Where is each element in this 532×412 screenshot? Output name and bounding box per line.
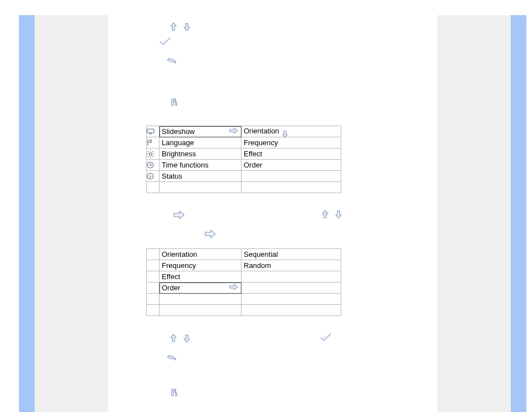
tools-icon [171,388,178,397]
submenu-item[interactable]: Random [241,260,341,271]
arrow-right-icon [204,229,216,238]
arrow-down-icon [281,130,289,138]
svg-line-7 [148,151,149,152]
menu-item-label: Orientation [162,250,197,258]
menu-item-time-functions[interactable]: Time functions [159,160,241,171]
projector-icon [147,126,159,137]
tools-icon [171,98,178,107]
submenu-label: Effect [244,150,262,158]
menu-item-brightness[interactable]: Brightness [159,148,241,160]
table-row [147,182,341,193]
margin-right [437,15,511,412]
menu-item-status[interactable]: Status [159,171,241,182]
arrow-down-icon [182,22,192,32]
table-row: Frequency Random [147,260,341,271]
settings-menu-top: Slideshow Orientation Language Fre [146,126,341,193]
submenu-item[interactable]: Frequency [241,137,341,148]
info-icon [147,171,159,182]
menu-item-label: Slideshow [162,127,195,136]
arrow-right-icon [229,127,239,134]
back-icon [166,58,177,65]
table-row: Slideshow Orientation [147,126,341,137]
table-row [147,294,341,305]
submenu-label: Orientation [244,127,279,135]
menu-item-label: Order [162,284,180,292]
svg-rect-1 [147,129,154,133]
svg-point-2 [149,152,152,155]
clock-icon [147,160,159,171]
sidebar-right [511,15,526,412]
table-row: Status [147,171,341,182]
svg-rect-0 [172,99,173,106]
menu-item-label: Effect [162,272,180,281]
margin-left [35,15,108,412]
arrow-down-icon [182,333,192,343]
svg-line-10 [153,151,154,152]
document-page: Slideshow Orientation Language Fre [35,15,511,412]
arrow-up-icon [168,333,178,343]
svg-rect-15 [172,389,173,396]
menu-item-order[interactable]: Order [159,282,241,294]
submenu-label: Frequency [244,138,278,147]
check-icon [158,36,172,47]
flag-icon [147,137,159,148]
submenu-label: Random [244,261,271,270]
table-row: Orientation Sequential [147,249,341,260]
table-row: Brightness Effect [147,148,341,160]
menu-item-label: Time functions [162,161,209,169]
menu-item-label: Brightness [162,150,196,158]
sidebar-left [19,15,35,412]
settings-menu-bottom: Orientation Sequential Frequency Random … [146,248,341,316]
submenu-label: Order [244,161,262,169]
arrow-up-icon [320,209,330,219]
svg-line-8 [153,156,154,157]
menu-item-label: Frequency [162,261,196,270]
menu-item[interactable]: Effect [159,271,241,282]
brightness-icon [147,148,159,160]
menu-item[interactable]: Orientation [159,249,241,260]
arrow-down-icon [333,209,344,219]
table-row: Effect [147,271,341,282]
back-icon [166,354,177,362]
submenu-item[interactable]: Order [241,160,341,171]
menu-item[interactable]: Frequency [159,260,241,271]
check-icon [319,332,332,343]
arrow-up-icon [168,22,178,32]
table-row: Order [147,282,341,294]
table-row [147,305,341,316]
table-row: Language Frequency [147,137,341,148]
menu-item-slideshow[interactable]: Slideshow [159,126,241,137]
submenu-item[interactable]: Effect [241,148,341,160]
arrow-right-icon [173,210,185,219]
menu-item-label: Language [162,138,194,147]
svg-line-9 [148,156,149,157]
submenu-item[interactable]: Sequential [241,249,341,260]
table-row: Time functions Order [147,160,341,171]
submenu-label: Sequential [244,250,278,258]
menu-item-label: Status [162,172,182,180]
menu-item-language[interactable]: Language [159,137,241,148]
submenu-item[interactable]: Orientation [241,126,341,137]
arrow-right-icon [229,284,239,290]
